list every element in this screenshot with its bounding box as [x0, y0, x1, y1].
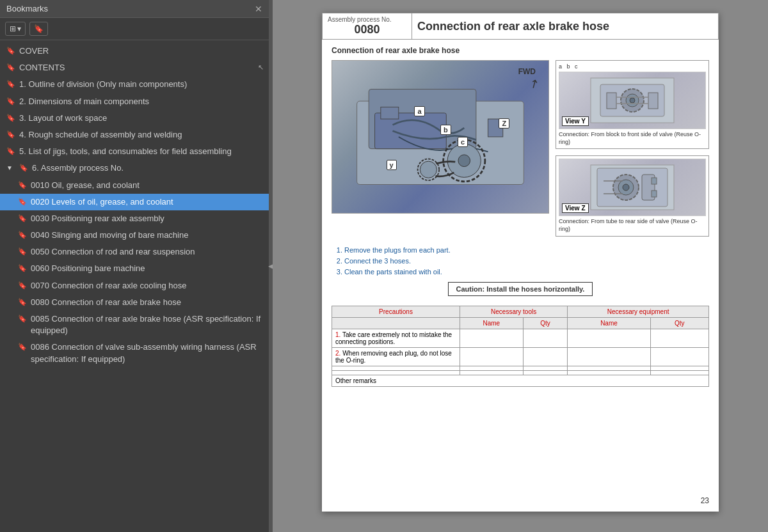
- expand-all-button[interactable]: ⊞ ▾: [5, 22, 26, 36]
- bookmark-label: 0080 Connection of rear axle brake hose: [31, 297, 264, 308]
- bookmark-item-4[interactable]: 🔖 4. Rough schedule of assembly and weld…: [0, 127, 269, 143]
- tool-name-4: [460, 370, 524, 375]
- bookmark-item-0086[interactable]: 🔖 0086 Connection of valve sub-assembly …: [0, 339, 269, 367]
- equip-qty-4: [650, 370, 708, 375]
- bookmark-item-6[interactable]: ▼ 🔖 6. Assembly process No.: [0, 160, 269, 176]
- svg-rect-16: [648, 93, 658, 109]
- tool-qty-1: [523, 329, 568, 347]
- bookmark-marker-icon: 🔖: [6, 97, 15, 106]
- bookmark-item-0020[interactable]: 🔖 0020 Levels of oil, grease, and coolan…: [0, 194, 269, 210]
- bookmark-marker-icon: 🔖: [6, 113, 15, 123]
- label-z: Z: [499, 118, 509, 129]
- view-y-box: a b c: [556, 60, 709, 149]
- bookmark-marker-icon: 🔖: [18, 214, 27, 223]
- bookmark-marker-icon: 🔖: [6, 46, 15, 56]
- bookmark-item-contents[interactable]: 🔖 CONTENTS ↖: [0, 59, 269, 76]
- label-b: b: [440, 125, 451, 135]
- abc-label: a b c: [559, 63, 578, 70]
- equip-name-2: [568, 347, 650, 366]
- bookmark-label: CONTENTS: [19, 62, 264, 74]
- precautions-subheader: [332, 317, 460, 329]
- svg-point-5: [458, 155, 470, 167]
- table-row-remarks: Other remarks: [332, 375, 709, 386]
- left-panel: Bookmarks ✕ ⊞ ▾ 🔖 🔖 COVER 🔖 CONTENTS ↖ 🔖…: [0, 0, 269, 532]
- page-number: 23: [701, 496, 709, 505]
- label-a: a: [414, 106, 424, 116]
- bookmark-label: 0040 Slinging and moving of bare machine: [31, 230, 264, 241]
- expand-grid-icon: ⊞: [10, 24, 16, 33]
- bookmark-label: 0020 Levels of oil, grease, and coolant: [31, 196, 264, 208]
- main-diagram-area: FWD ↗: [332, 60, 709, 237]
- step-2: Connect the 3 hoses.: [344, 257, 709, 265]
- bookmark-marker-icon: 🔖: [19, 163, 28, 173]
- table-row: [332, 370, 709, 375]
- bookmark-label: 2. Dimensions of main components: [19, 96, 264, 107]
- bookmark-marker-icon: 🔖: [18, 230, 27, 240]
- equipment-name-header: Name: [568, 317, 650, 329]
- tools-header: Necessary tools: [460, 306, 568, 317]
- bookmark-item-0085[interactable]: 🔖 0085 Connection of rear axle brake hos…: [0, 311, 269, 339]
- bookmark-icon: 🔖: [34, 24, 44, 33]
- table-row: 2. When removing each plug, do not lose …: [332, 347, 709, 366]
- view-z-box: View Z Connection: From tube to rear sid…: [556, 155, 709, 236]
- bookmark-label: 0050 Connection of rod and rear suspensi…: [31, 246, 264, 258]
- view-z-diagram: View Z: [559, 159, 706, 216]
- document-page: Assembly process No. 0080 Connection of …: [322, 13, 719, 512]
- view-y-caption: Connection: From block to front side of …: [559, 131, 706, 146]
- precaution-3: [332, 366, 460, 370]
- close-button[interactable]: ✕: [255, 4, 262, 13]
- precaution-2: 2. When removing each plug, do not lose …: [332, 347, 460, 366]
- bookmark-label: 1. Outline of division (Only main compon…: [19, 79, 264, 90]
- view-y-label: View Y: [562, 116, 589, 126]
- bookmark-item-0040[interactable]: 🔖 0040 Slinging and moving of bare machi…: [0, 227, 269, 244]
- assembly-label: Assembly process No.: [328, 16, 406, 23]
- svg-point-23: [623, 184, 629, 191]
- bookmarks-title: Bookmarks: [6, 4, 48, 13]
- bookmark-marker-icon: 🔖: [18, 281, 27, 290]
- bookmark-item-cover[interactable]: 🔖 COVER: [0, 43, 269, 59]
- bookmark-label: 5. List of jigs, tools, and consumables …: [19, 146, 264, 157]
- bookmark-item-3[interactable]: 🔖 3. Layout of work space: [0, 110, 269, 127]
- section-title: Connection of rear axle brake hose: [332, 46, 709, 55]
- doc-header-table: Assembly process No. 0080 Connection of …: [322, 13, 719, 40]
- doc-body: Connection of rear axle brake hose FWD ↗: [322, 40, 719, 393]
- main-diagram: FWD ↗: [332, 60, 549, 214]
- bookmark-label: 4. Rough schedule of assembly and weldin…: [19, 129, 264, 141]
- bookmark-label: 0030 Positioning rear axle assembly: [31, 213, 264, 224]
- bookmark-item-0030[interactable]: 🔖 0030 Positioning rear axle assembly: [0, 210, 269, 227]
- equipment-header: Necessary equipment: [568, 306, 709, 317]
- bookmark-item-0070[interactable]: 🔖 0070 Connection of rear axle cooling h…: [0, 278, 269, 294]
- table-row: 1. Take care extremely not to mistake th…: [332, 329, 709, 347]
- bookmark-label: 0010 Oil, grease, and coolant: [31, 180, 264, 191]
- bookmark-marker-icon: 🔖: [6, 79, 15, 89]
- view-z-label: View Z: [562, 203, 589, 213]
- equipment-qty-header: Qty: [650, 317, 708, 329]
- caution-text: Caution: Install the hoses horizontally.: [456, 285, 585, 293]
- bookmark-marker-icon: 🔖: [6, 63, 15, 72]
- bookmark-item-2[interactable]: 🔖 2. Dimensions of main components: [0, 93, 269, 110]
- bookmark-list[interactable]: 🔖 COVER 🔖 CONTENTS ↖ 🔖 1. Outline of div…: [0, 40, 269, 532]
- bookmark-item-5[interactable]: 🔖 5. List of jigs, tools, and consumable…: [0, 143, 269, 160]
- view-z-caption: Connection: From tube to rear side of va…: [559, 218, 706, 233]
- bookmark-item-1[interactable]: 🔖 1. Outline of division (Only main comp…: [0, 76, 269, 93]
- bookmark-item-0050[interactable]: 🔖 0050 Connection of rod and rear suspen…: [0, 244, 269, 260]
- chevron-down-icon: ▾: [17, 24, 21, 33]
- equip-name-3: [568, 366, 650, 370]
- equip-qty-3: [650, 366, 708, 370]
- bookmark-marker-icon: 🔖: [6, 146, 15, 156]
- assembly-number-cell: Assembly process No. 0080: [323, 13, 412, 40]
- bookmark-label: 0086 Connection of valve sub-assembly wi…: [31, 341, 264, 364]
- bookmark-item-0010[interactable]: 🔖 0010 Oil, grease, and coolant: [0, 177, 269, 194]
- equip-name-4: [568, 370, 650, 375]
- svg-point-7: [420, 161, 436, 178]
- bookmark-marker-icon: 🔖: [18, 247, 27, 256]
- svg-point-14: [630, 98, 635, 103]
- equip-qty-1: [650, 329, 708, 347]
- tool-name-3: [460, 366, 524, 370]
- bookmark-nav-button[interactable]: 🔖: [29, 22, 48, 36]
- machine-diagram-svg: [345, 74, 536, 200]
- bookmark-label: COVER: [19, 45, 264, 57]
- bookmark-item-0080[interactable]: 🔖 0080 Connection of rear axle brake hos…: [0, 294, 269, 311]
- bookmark-item-0060[interactable]: 🔖 0060 Positioning bare machine: [0, 260, 269, 277]
- side-diagrams: a b c: [556, 60, 709, 237]
